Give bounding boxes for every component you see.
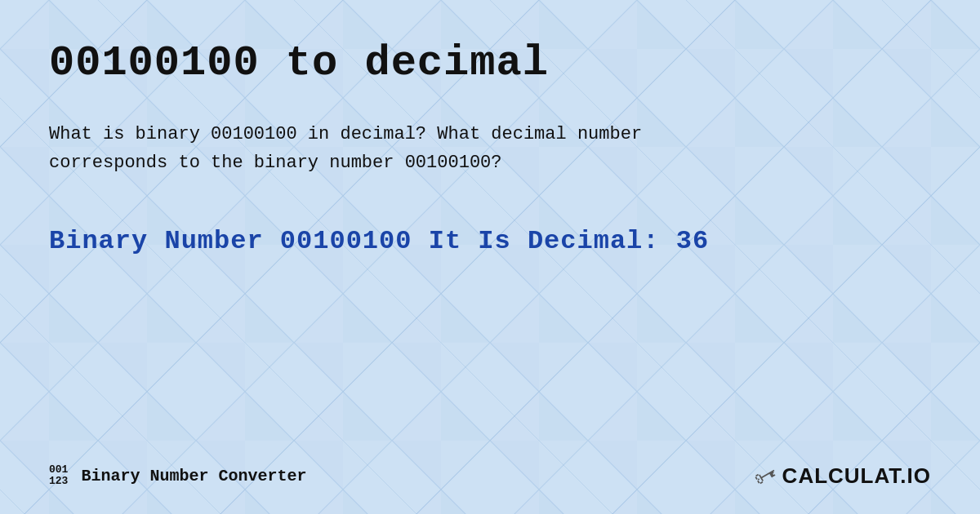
logo-top: 001 <box>49 464 68 476</box>
description-text: What is binary 00100100 in decimal? What… <box>49 120 915 177</box>
page-title: 00100100 to decimal <box>49 39 931 87</box>
footer: 001 123 Binary Number Converter 🗝 CALCUL… <box>49 445 931 490</box>
brand-section: 🗝 CALCULAT.IO <box>755 462 931 490</box>
key-icon: 🗝 <box>749 458 782 493</box>
converter-label: Binary Number Converter <box>81 467 306 485</box>
logo-bottom: 123 <box>49 476 68 487</box>
description-line2: corresponds to the binary number 0010010… <box>49 153 502 173</box>
page-content: 00100100 to decimal What is binary 00100… <box>0 0 980 514</box>
brand-name: CALCULAT.IO <box>782 463 931 489</box>
description-line1: What is binary 00100100 in decimal? What… <box>49 124 642 144</box>
result-line: Binary Number 00100100 It Is Decimal: 36 <box>49 226 931 256</box>
logo-numbers: 001 123 <box>49 464 68 488</box>
calculat-logo: 🗝 CALCULAT.IO <box>755 462 931 490</box>
